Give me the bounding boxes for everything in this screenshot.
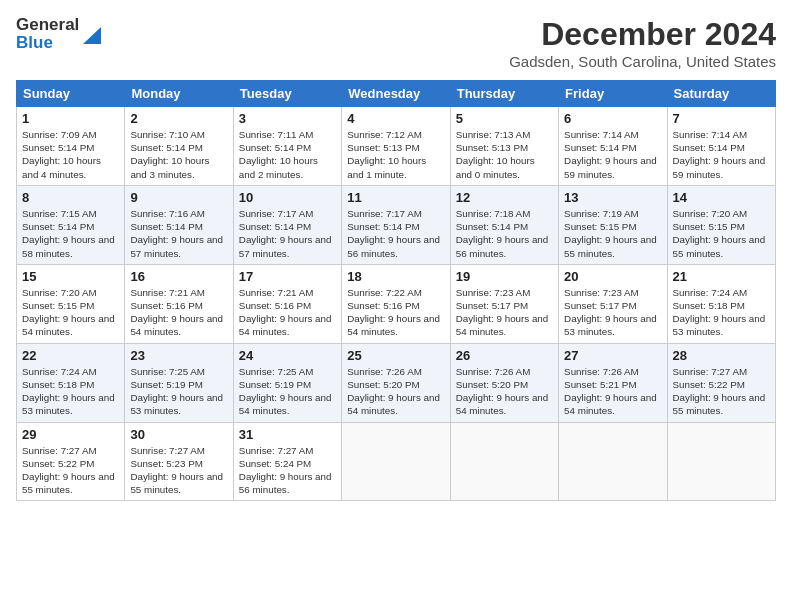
month-title: December 2024 — [509, 16, 776, 53]
day-info: Sunrise: 7:25 AMSunset: 5:19 PMDaylight:… — [130, 365, 227, 418]
calendar-cell: 6 Sunrise: 7:14 AMSunset: 5:14 PMDayligh… — [559, 107, 667, 186]
day-info: Sunrise: 7:22 AMSunset: 5:16 PMDaylight:… — [347, 286, 444, 339]
day-info: Sunrise: 7:19 AMSunset: 5:15 PMDaylight:… — [564, 207, 661, 260]
calendar-cell: 7 Sunrise: 7:14 AMSunset: 5:14 PMDayligh… — [667, 107, 775, 186]
day-number: 10 — [239, 190, 336, 205]
day-number: 15 — [22, 269, 119, 284]
logo-blue: Blue — [16, 34, 79, 52]
day-number: 28 — [673, 348, 770, 363]
calendar-cell — [667, 422, 775, 501]
day-info: Sunrise: 7:25 AMSunset: 5:19 PMDaylight:… — [239, 365, 336, 418]
location-title: Gadsden, South Carolina, United States — [509, 53, 776, 70]
page: General Blue December 2024 Gadsden, Sout… — [0, 0, 792, 511]
calendar-cell: 1 Sunrise: 7:09 AMSunset: 5:14 PMDayligh… — [17, 107, 125, 186]
day-number: 13 — [564, 190, 661, 205]
title-block: December 2024 Gadsden, South Carolina, U… — [509, 16, 776, 70]
col-header-wednesday: Wednesday — [342, 81, 450, 107]
calendar-cell — [450, 422, 558, 501]
calendar-cell: 4 Sunrise: 7:12 AMSunset: 5:13 PMDayligh… — [342, 107, 450, 186]
day-number: 12 — [456, 190, 553, 205]
day-info: Sunrise: 7:26 AMSunset: 5:20 PMDaylight:… — [347, 365, 444, 418]
day-info: Sunrise: 7:20 AMSunset: 5:15 PMDaylight:… — [673, 207, 770, 260]
day-info: Sunrise: 7:09 AMSunset: 5:14 PMDaylight:… — [22, 128, 119, 181]
day-info: Sunrise: 7:27 AMSunset: 5:22 PMDaylight:… — [22, 444, 119, 497]
day-number: 22 — [22, 348, 119, 363]
day-info: Sunrise: 7:27 AMSunset: 5:24 PMDaylight:… — [239, 444, 336, 497]
day-number: 30 — [130, 427, 227, 442]
day-number: 25 — [347, 348, 444, 363]
day-number: 14 — [673, 190, 770, 205]
calendar-header-row: SundayMondayTuesdayWednesdayThursdayFrid… — [17, 81, 776, 107]
calendar-cell: 2 Sunrise: 7:10 AMSunset: 5:14 PMDayligh… — [125, 107, 233, 186]
calendar-cell: 17 Sunrise: 7:21 AMSunset: 5:16 PMDaylig… — [233, 264, 341, 343]
col-header-sunday: Sunday — [17, 81, 125, 107]
col-header-tuesday: Tuesday — [233, 81, 341, 107]
day-number: 26 — [456, 348, 553, 363]
day-number: 1 — [22, 111, 119, 126]
day-info: Sunrise: 7:17 AMSunset: 5:14 PMDaylight:… — [347, 207, 444, 260]
day-info: Sunrise: 7:23 AMSunset: 5:17 PMDaylight:… — [456, 286, 553, 339]
logo-triangle-icon — [83, 22, 101, 48]
calendar-cell: 5 Sunrise: 7:13 AMSunset: 5:13 PMDayligh… — [450, 107, 558, 186]
day-number: 24 — [239, 348, 336, 363]
day-info: Sunrise: 7:15 AMSunset: 5:14 PMDaylight:… — [22, 207, 119, 260]
calendar-cell: 23 Sunrise: 7:25 AMSunset: 5:19 PMDaylig… — [125, 343, 233, 422]
svg-marker-0 — [83, 27, 101, 44]
calendar-cell: 3 Sunrise: 7:11 AMSunset: 5:14 PMDayligh… — [233, 107, 341, 186]
calendar-cell: 28 Sunrise: 7:27 AMSunset: 5:22 PMDaylig… — [667, 343, 775, 422]
calendar-cell: 10 Sunrise: 7:17 AMSunset: 5:14 PMDaylig… — [233, 185, 341, 264]
day-number: 8 — [22, 190, 119, 205]
calendar-cell: 8 Sunrise: 7:15 AMSunset: 5:14 PMDayligh… — [17, 185, 125, 264]
calendar-cell: 30 Sunrise: 7:27 AMSunset: 5:23 PMDaylig… — [125, 422, 233, 501]
header: General Blue December 2024 Gadsden, Sout… — [16, 16, 776, 70]
day-info: Sunrise: 7:13 AMSunset: 5:13 PMDaylight:… — [456, 128, 553, 181]
col-header-saturday: Saturday — [667, 81, 775, 107]
day-info: Sunrise: 7:27 AMSunset: 5:22 PMDaylight:… — [673, 365, 770, 418]
calendar-cell: 29 Sunrise: 7:27 AMSunset: 5:22 PMDaylig… — [17, 422, 125, 501]
calendar-cell: 22 Sunrise: 7:24 AMSunset: 5:18 PMDaylig… — [17, 343, 125, 422]
day-info: Sunrise: 7:26 AMSunset: 5:21 PMDaylight:… — [564, 365, 661, 418]
day-info: Sunrise: 7:21 AMSunset: 5:16 PMDaylight:… — [239, 286, 336, 339]
col-header-monday: Monday — [125, 81, 233, 107]
day-number: 20 — [564, 269, 661, 284]
day-info: Sunrise: 7:20 AMSunset: 5:15 PMDaylight:… — [22, 286, 119, 339]
calendar-cell: 27 Sunrise: 7:26 AMSunset: 5:21 PMDaylig… — [559, 343, 667, 422]
day-number: 11 — [347, 190, 444, 205]
day-number: 19 — [456, 269, 553, 284]
logo: General Blue — [16, 16, 101, 52]
day-number: 17 — [239, 269, 336, 284]
calendar-cell: 11 Sunrise: 7:17 AMSunset: 5:14 PMDaylig… — [342, 185, 450, 264]
day-info: Sunrise: 7:14 AMSunset: 5:14 PMDaylight:… — [673, 128, 770, 181]
day-number: 18 — [347, 269, 444, 284]
day-number: 7 — [673, 111, 770, 126]
day-info: Sunrise: 7:18 AMSunset: 5:14 PMDaylight:… — [456, 207, 553, 260]
calendar-cell: 9 Sunrise: 7:16 AMSunset: 5:14 PMDayligh… — [125, 185, 233, 264]
calendar-cell: 24 Sunrise: 7:25 AMSunset: 5:19 PMDaylig… — [233, 343, 341, 422]
day-number: 21 — [673, 269, 770, 284]
day-info: Sunrise: 7:27 AMSunset: 5:23 PMDaylight:… — [130, 444, 227, 497]
day-number: 6 — [564, 111, 661, 126]
day-info: Sunrise: 7:16 AMSunset: 5:14 PMDaylight:… — [130, 207, 227, 260]
calendar-cell: 18 Sunrise: 7:22 AMSunset: 5:16 PMDaylig… — [342, 264, 450, 343]
day-info: Sunrise: 7:12 AMSunset: 5:13 PMDaylight:… — [347, 128, 444, 181]
calendar-cell: 15 Sunrise: 7:20 AMSunset: 5:15 PMDaylig… — [17, 264, 125, 343]
day-number: 27 — [564, 348, 661, 363]
calendar-cell: 12 Sunrise: 7:18 AMSunset: 5:14 PMDaylig… — [450, 185, 558, 264]
calendar-cell: 14 Sunrise: 7:20 AMSunset: 5:15 PMDaylig… — [667, 185, 775, 264]
day-info: Sunrise: 7:24 AMSunset: 5:18 PMDaylight:… — [22, 365, 119, 418]
day-number: 31 — [239, 427, 336, 442]
calendar-cell: 25 Sunrise: 7:26 AMSunset: 5:20 PMDaylig… — [342, 343, 450, 422]
day-info: Sunrise: 7:17 AMSunset: 5:14 PMDaylight:… — [239, 207, 336, 260]
calendar-cell — [342, 422, 450, 501]
day-number: 23 — [130, 348, 227, 363]
calendar-cell: 26 Sunrise: 7:26 AMSunset: 5:20 PMDaylig… — [450, 343, 558, 422]
calendar-cell: 31 Sunrise: 7:27 AMSunset: 5:24 PMDaylig… — [233, 422, 341, 501]
calendar-cell: 21 Sunrise: 7:24 AMSunset: 5:18 PMDaylig… — [667, 264, 775, 343]
calendar-cell: 13 Sunrise: 7:19 AMSunset: 5:15 PMDaylig… — [559, 185, 667, 264]
day-info: Sunrise: 7:11 AMSunset: 5:14 PMDaylight:… — [239, 128, 336, 181]
day-number: 9 — [130, 190, 227, 205]
day-info: Sunrise: 7:14 AMSunset: 5:14 PMDaylight:… — [564, 128, 661, 181]
col-header-thursday: Thursday — [450, 81, 558, 107]
day-number: 29 — [22, 427, 119, 442]
col-header-friday: Friday — [559, 81, 667, 107]
